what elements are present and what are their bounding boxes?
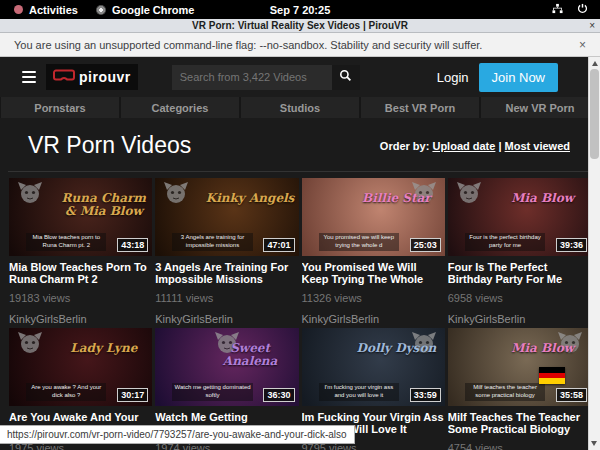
thumbnail-model-name: Kinky Angels [206,192,295,205]
page-title: VR Porn Videos [28,132,191,159]
scrollbar[interactable] [588,57,600,450]
clock[interactable]: Sep 7 20:25 [270,4,331,16]
divider [8,171,592,172]
order-by: Order by: Upload date | Most viewed [380,140,570,152]
tab-title[interactable]: VR Porn: Virtual Reality Sex Videos | Pi… [192,20,408,31]
duration-badge: 33:59 [410,388,441,402]
scrollbar-thumb[interactable] [590,69,599,159]
browser-tab-strip: VR Porn: Virtual Reality Sex Videos | Pi… [0,19,600,33]
video-thumbnail[interactable]: Sweet Analena Watch me getting dominated… [155,328,298,406]
menu-icon[interactable] [22,71,36,84]
thumbnail-caption: Four is the perfect birthday party for m… [465,233,545,251]
video-channel[interactable]: KinkyGirlsBerlin [9,313,152,325]
video-card[interactable]: Kinky Angels 3 Angels are training for i… [155,178,298,325]
studio-cat-mask-icon [17,182,43,204]
thumbnail-model-name: Runa Charm & Mia Blow [59,192,148,217]
video-thumbnail[interactable]: Billie Star You promised we will keep tr… [302,178,445,256]
thumbnail-model-name: Lady Lyne [59,342,148,355]
duration-badge: 35:58 [556,388,587,402]
login-link[interactable]: Login [437,70,469,85]
search-bar [172,65,360,90]
video-title[interactable]: 3 Angels Are Training For Impossible Mis… [155,261,298,285]
scrollbar-up-icon[interactable] [592,61,598,66]
video-title[interactable]: Four Is The Perfect Birthday Party For M… [448,261,591,285]
activities-button[interactable]: Activities [14,4,78,16]
browser-status-url: https://pirouvr.com/vr-porn-video/779325… [0,425,355,444]
video-card[interactable]: Mia Blow Milf teaches the teacher some p… [448,328,591,450]
video-thumbnail[interactable]: Dolly Dyson I'm fucking your virgin ass … [302,328,445,406]
order-upload-date-link[interactable]: Upload date [432,140,495,152]
video-title[interactable]: You Promised We Will Keep Trying The Who… [302,261,445,285]
nav-item-best-vr-porn[interactable]: Best VR Porn [361,97,479,118]
thumbnail-caption: Mia Blow teaches porn to Runa Charm pt. … [26,233,106,251]
vr-goggles-icon [53,68,75,86]
video-thumbnail[interactable]: Mia Blow Milf teaches the teacher some p… [448,328,591,406]
duration-badge: 36:30 [263,388,294,402]
infobar-message: You are using an unsupported command-lin… [14,39,482,51]
video-thumbnail[interactable]: Mia Blow Four is the perfect birthday pa… [448,178,591,256]
video-thumbnail[interactable]: Kinky Angels 3 Angels are training for i… [155,178,298,256]
german-flag-icon [539,367,565,384]
logo-text: pirouvr [79,69,131,85]
order-most-viewed-link[interactable]: Most viewed [505,140,570,152]
thumbnail-caption: You promised we will keep trying the who… [319,233,399,251]
app-menu-button[interactable]: Google Chrome [96,4,195,16]
video-views: 11111 views [155,292,298,304]
chrome-icon [96,5,106,15]
video-thumbnail[interactable]: Lady Lyne Are you awake ? And your dick … [9,328,152,406]
thumbnail-caption: Milf teaches the teacher some practical … [465,383,545,401]
nav-item-pornstars[interactable]: Pornstars [1,97,119,118]
duration-badge: 47:01 [263,238,294,252]
thumbnail-model-name: Billie Star [352,192,441,205]
duration-badge: 39:36 [556,238,587,252]
thumbnail-caption: 3 Angels are training for impossible mis… [172,233,252,251]
thumbnail-model-name: Sweet Analena [206,342,295,367]
thumbnail-caption: Watch me getting dominated softly [172,383,252,401]
video-channel[interactable]: KinkyGirlsBerlin [155,313,298,325]
video-thumbnail[interactable]: Runa Charm & Mia Blow Mia Blow teaches p… [9,178,152,256]
search-button[interactable] [332,65,360,90]
video-views: 6958 views [448,292,591,304]
nav-item-new-vr-porn[interactable]: New VR Porn [481,97,599,118]
duration-badge: 25:03 [410,238,441,252]
video-title[interactable]: Mia Blow Teaches Porn To Runa Charm Pt 2 [9,261,152,285]
video-grid: Runa Charm & Mia Blow Mia Blow teaches p… [0,178,600,450]
activities-icon [14,5,23,14]
scrollbar-down-icon[interactable] [591,441,597,446]
studio-cat-mask-icon [456,182,482,204]
video-views: 4754 views [448,442,591,450]
page-content: VR Porn Videos Order by: Upload date | M… [0,118,600,450]
video-channel[interactable]: KinkyGirlsBerlin [448,313,591,325]
video-card[interactable]: Mia Blow Four is the perfect birthday pa… [448,178,591,325]
site-logo[interactable]: pirouvr [46,64,138,90]
thumbnail-caption: Are you awake ? And your dick also ? [26,383,106,401]
system-top-bar: Activities Google Chrome Sep 7 20:25 [0,0,600,19]
thumbnail-model-name: Mia Blow [498,192,587,205]
network-icon[interactable] [552,3,563,16]
nav-item-categories[interactable]: Categories [121,97,239,118]
video-views: 19183 views [9,292,152,304]
power-icon[interactable] [577,3,588,16]
order-by-label: Order by: [380,140,430,152]
video-card[interactable]: Runa Charm & Mia Blow Mia Blow teaches p… [9,178,152,325]
video-title[interactable]: Milf Teaches The Teacher Some Practical … [448,411,591,435]
tab-close-icon[interactable]: × [589,19,595,32]
nav-item-studios[interactable]: Studios [241,97,359,118]
site-header: pirouvr Login Join Now [0,57,600,97]
duration-badge: 30:17 [117,388,148,402]
infobar-close-icon[interactable]: × [579,38,586,52]
search-input[interactable] [172,65,332,90]
join-now-button[interactable]: Join Now [479,63,558,92]
main-nav: PornstarsCategoriesStudiosBest VR PornNe… [0,97,600,118]
video-views: 11326 views [302,292,445,304]
app-menu-label: Google Chrome [112,4,195,16]
studio-cat-mask-icon [17,332,43,354]
thumbnail-model-name: Mia Blow [498,342,587,355]
chrome-infobar: You are using an unsupported command-lin… [0,33,600,57]
activities-label: Activities [29,4,78,16]
video-channel[interactable]: KinkyGirlsBerlin [302,313,445,325]
search-icon [339,69,352,85]
thumbnail-model-name: Dolly Dyson [352,342,441,355]
duration-badge: 43:18 [117,238,148,252]
video-card[interactable]: Billie Star You promised we will keep tr… [302,178,445,325]
